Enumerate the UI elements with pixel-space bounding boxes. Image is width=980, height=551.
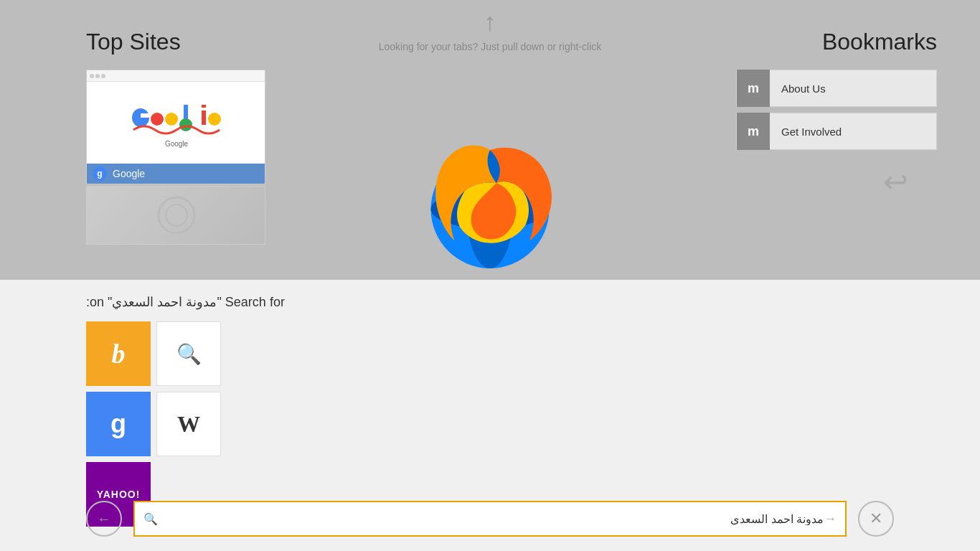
tabs-hint: ↑ Looking for your tabs? Just pull down …	[379, 0, 601, 52]
search-icon: 🔍	[143, 512, 158, 526]
google-favicon: g	[93, 166, 107, 181]
search-query-text: مدونة احمد السعدي	[112, 295, 217, 309]
search-engines-grid: b 🔍 g W YAHOO!	[86, 321, 894, 527]
svg-rect-7	[202, 110, 206, 125]
tabs-hint-text: Looking for your tabs? Just pull down or…	[379, 41, 601, 52]
svg-rect-1	[141, 113, 149, 118]
bookmark-get-involved[interactable]: m Get Involved	[736, 113, 937, 150]
back-icon: ←	[97, 511, 111, 527]
bookmark-about-us-icon: m	[737, 70, 770, 107]
bing-engine-button[interactable]: b	[86, 321, 151, 386]
svg-point-3	[165, 113, 178, 126]
bottom-section: Search for "مدونة احمد السعدي" on: b 🔍 g…	[0, 280, 980, 551]
ghost-icon	[155, 194, 198, 237]
second-site-thumbnail	[87, 187, 265, 244]
top-sites-title: Top Sites	[86, 29, 287, 55]
google-doodle-svg	[130, 98, 223, 137]
back-button[interactable]: ←	[86, 501, 122, 537]
svg-point-9	[159, 197, 194, 233]
top-section: Top Sites	[0, 0, 980, 280]
wikipedia-logo: W	[177, 411, 200, 438]
search-for-label: Search for "مدونة احمد السعدي" on:	[86, 294, 894, 310]
google-engine-button[interactable]: g	[86, 392, 151, 456]
bookmark-get-involved-icon: m	[737, 113, 770, 150]
second-site-card[interactable]	[86, 186, 265, 245]
search-bar-container: ← 🔍 → ✕	[86, 501, 894, 537]
yahoo-logo: YAHOO!	[97, 489, 141, 500]
google-card-footer: g Google	[87, 164, 265, 184]
close-button[interactable]: ✕	[858, 501, 894, 537]
svg-point-2	[151, 113, 164, 126]
search-input-wrapper: 🔍 →	[133, 501, 847, 537]
google-site-card[interactable]: Google g Google	[86, 70, 265, 184]
svg-rect-6	[202, 105, 206, 108]
search-input[interactable]	[165, 512, 824, 525]
google-logo: g	[110, 409, 126, 439]
curved-arrow-icon: ↪	[883, 164, 908, 199]
bookmark-get-involved-label: Get Involved	[770, 126, 853, 138]
wikipedia-engine-button[interactable]: W	[156, 392, 221, 456]
google-site-label: Google	[113, 168, 145, 179]
bing-logo: b	[112, 338, 126, 369]
top-sites-panel: Top Sites	[0, 0, 287, 246]
close-icon: ✕	[870, 509, 882, 528]
image-search-icon: 🔍	[176, 342, 202, 366]
google-thumbnail: Google	[87, 70, 265, 164]
bookmark-about-us[interactable]: m About Us	[736, 70, 937, 107]
firefox-logo-container	[411, 126, 569, 287]
bookmark-about-us-label: About Us	[770, 83, 837, 95]
firefox-logo	[411, 126, 569, 284]
svg-point-5	[179, 118, 192, 131]
search-go-icon[interactable]: →	[824, 512, 837, 527]
svg-point-8	[208, 113, 221, 126]
svg-point-10	[166, 204, 187, 226]
arrow-up-icon: ↑	[379, 7, 601, 37]
bookmarks-panel: Bookmarks m About Us m Get Involved ↪	[679, 0, 980, 199]
bookmarks-title: Bookmarks	[679, 29, 937, 55]
image-search-engine-button[interactable]: 🔍	[156, 321, 221, 386]
